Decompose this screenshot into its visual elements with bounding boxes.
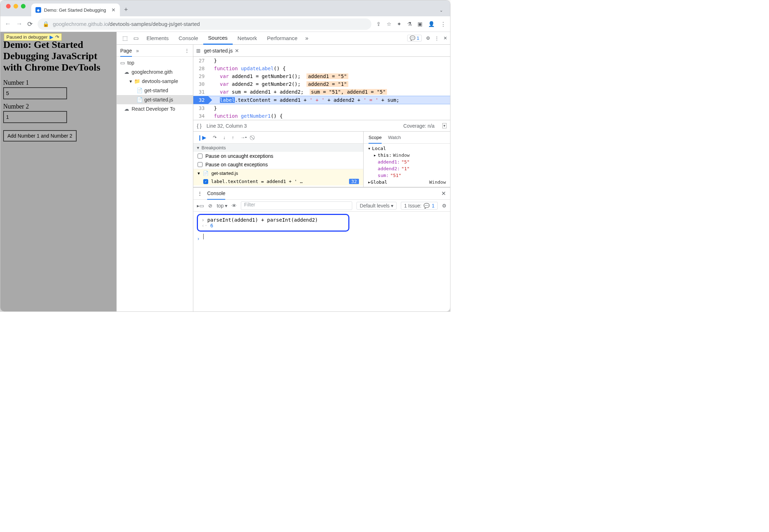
page-title: Demo: Get Started Debugging JavaScript w…	[3, 39, 114, 73]
tree-domain[interactable]: ☁googlechrome.gith	[117, 67, 193, 77]
more-tabs-icon[interactable]: »	[303, 35, 311, 41]
scope-tab[interactable]: Scope	[369, 135, 382, 144]
pause-caught-checkbox[interactable]: Pause on caught exceptions	[193, 160, 363, 169]
pretty-print-icon[interactable]: { }	[197, 123, 201, 129]
console-menu-icon[interactable]: ⋮	[198, 191, 202, 196]
tab-sources[interactable]: Sources	[203, 32, 233, 45]
address-bar: ← → ⟳ 🔒 googlechrome.github.io/devtools-…	[0, 16, 450, 32]
tab-network[interactable]: Network	[233, 32, 262, 45]
step-out-button[interactable]: ↑	[232, 135, 234, 140]
code-editor[interactable]: 27}28function updateLabel() {29 var adde…	[193, 57, 450, 120]
navigator-tab-page[interactable]: Page	[120, 48, 132, 57]
close-window[interactable]	[6, 4, 11, 9]
code-line[interactable]: 29 var addend1 = getNumber1(); addend1 =…	[193, 72, 450, 80]
scope-global[interactable]: ▸GlobalWindow	[364, 179, 450, 185]
extensions-icon[interactable]: ✦	[397, 21, 402, 27]
side-panel-icon[interactable]: ▣	[417, 21, 422, 27]
toggle-nav-icon[interactable]: ▥	[196, 48, 200, 53]
tree-top[interactable]: ▭top	[117, 58, 193, 67]
inspect-icon[interactable]: ⬚	[120, 35, 131, 41]
breakpoint-entry[interactable]: ✓label.textContent = addend1 + ' …32	[193, 177, 363, 185]
settings-gear-icon[interactable]: ⚙	[426, 35, 430, 41]
url-input[interactable]: 🔒 googlechrome.github.io/devtools-sample…	[38, 18, 371, 30]
log-levels-selector[interactable]: Default levels ▾	[356, 202, 397, 210]
pause-uncaught-checkbox[interactable]: Pause on uncaught exceptions	[193, 152, 363, 160]
window-controls	[0, 4, 31, 13]
console-tab[interactable]: Console	[207, 190, 225, 200]
device-toggle-icon[interactable]: ▭	[131, 35, 142, 41]
live-expression-icon[interactable]: 👁	[232, 203, 237, 209]
close-tab-icon[interactable]: ✕	[111, 7, 116, 13]
number2-label: Number 2	[3, 103, 114, 110]
context-selector[interactable]: top ▾	[217, 203, 227, 209]
code-line[interactable]: 34function getNumber1() {	[193, 112, 450, 120]
code-line[interactable]: 28function updateLabel() {	[193, 65, 450, 72]
file-tab-name: get-started.js	[204, 48, 233, 54]
editor-tab-bar: ▥ get-started.js ✕	[193, 45, 450, 57]
tab-console[interactable]: Console	[174, 32, 203, 45]
tree-file-js[interactable]: 📄get-started.js	[117, 95, 193, 104]
browser-tab[interactable]: ◆ Demo: Get Started Debugging ✕	[31, 4, 120, 16]
devtools-panel: ⬚ ▭ Elements Console Sources Network Per…	[116, 32, 450, 311]
tree-file-html[interactable]: 📄get-started	[117, 86, 193, 95]
coverage-label: Coverage: n/a	[403, 123, 435, 129]
lock-icon: 🔒	[43, 21, 49, 27]
code-line[interactable]: 27}	[193, 57, 450, 65]
resume-button[interactable]: ❙▶	[198, 134, 206, 141]
navigator-more-icon[interactable]: »	[136, 48, 139, 54]
navigator-menu-icon[interactable]: ⋮	[184, 48, 189, 54]
issues-button[interactable]: 1 Issue: 💬1	[401, 202, 438, 210]
console-prompt[interactable]: ›	[197, 232, 447, 242]
profile-icon[interactable]: 👤	[428, 21, 435, 27]
number1-input[interactable]	[3, 87, 67, 99]
share-icon[interactable]: ⇪	[376, 21, 381, 27]
code-line[interactable]: 30 var addend2 = getNumber2(); addend2 =…	[193, 80, 450, 88]
scope-local[interactable]: ▾Local	[364, 145, 450, 152]
clear-console-icon[interactable]: ⊘	[208, 203, 212, 209]
close-console-icon[interactable]: ✕	[441, 190, 446, 197]
step-button[interactable]: →•	[240, 135, 247, 140]
console-highlight: ›parseInt(addend1) + parseInt(addend2) ‹…	[197, 214, 349, 232]
minimize-window[interactable]	[13, 4, 18, 9]
forward-button[interactable]: →	[16, 20, 22, 28]
favicon: ◆	[35, 7, 41, 13]
coverage-toggle-icon[interactable]: ▾	[442, 123, 447, 128]
close-devtools-icon[interactable]: ✕	[443, 35, 447, 41]
menu-icon[interactable]: ⋮	[441, 21, 446, 27]
step-into-button[interactable]: ↓	[223, 135, 226, 140]
bookmark-icon[interactable]: ☆	[387, 21, 391, 27]
console-settings-icon[interactable]: ⚙	[442, 203, 447, 209]
scope-var: addend2: "1"	[364, 165, 450, 172]
breakpoints-header[interactable]: ▾ Breakpoints	[193, 144, 363, 152]
add-button[interactable]: Add Number 1 and Number 2	[3, 130, 77, 142]
number2-input[interactable]	[3, 111, 67, 123]
code-line[interactable]: 33}	[193, 104, 450, 112]
file-tab[interactable]: get-started.js ✕	[204, 48, 239, 54]
issues-badge[interactable]: 💬 1	[407, 35, 422, 41]
watch-tab[interactable]: Watch	[388, 135, 401, 140]
resume-icon[interactable]: ▶	[50, 34, 53, 40]
breakpoint-file[interactable]: ▾ 📄get-started.js	[193, 169, 363, 177]
maximize-window[interactable]	[21, 4, 26, 9]
tree-folder[interactable]: ▾📁devtools-sample	[117, 77, 193, 86]
back-button[interactable]: ←	[5, 20, 11, 28]
step-over-button[interactable]: ↷	[213, 135, 217, 140]
browser-tab-strip: ◆ Demo: Get Started Debugging ✕ + ⌄	[0, 0, 450, 16]
labs-icon[interactable]: ⚗	[407, 21, 412, 27]
tab-performance[interactable]: Performance	[262, 32, 303, 45]
console-drawer: ⋮ Console ✕ ▸▭ ⊘ top ▾ 👁 Filter Default …	[193, 187, 450, 244]
code-line[interactable]: 31 var sum = addend1 + addend2; sum = "5…	[193, 88, 450, 96]
new-tab-button[interactable]: +	[120, 6, 132, 16]
tree-extension[interactable]: ☁React Developer To	[117, 104, 193, 113]
console-filter-input[interactable]: Filter	[241, 201, 352, 210]
reload-button[interactable]: ⟳	[27, 20, 33, 28]
close-file-icon[interactable]: ✕	[235, 48, 239, 54]
devtools-menu-icon[interactable]: ⋮	[435, 35, 439, 41]
tab-list-caret-icon[interactable]: ⌄	[432, 8, 450, 16]
step-over-icon[interactable]: ↷	[55, 34, 59, 40]
console-sidebar-icon[interactable]: ▸▭	[197, 203, 204, 209]
sources-navigator: Page » ⋮ ▭top ☁googlechrome.gith ▾📁devto…	[117, 45, 193, 311]
code-line[interactable]: 32 label.textContent = addend1 + ' + ' +…	[193, 96, 450, 104]
tab-elements[interactable]: Elements	[142, 32, 174, 45]
scope-this[interactable]: ▸this: Window	[364, 152, 450, 159]
